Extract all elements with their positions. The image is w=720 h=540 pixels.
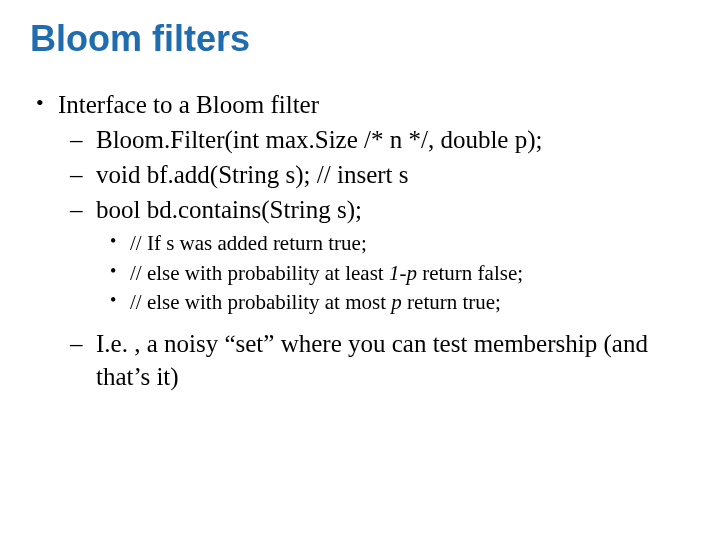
bullet-text: // else with probability at least bbox=[130, 261, 389, 285]
bullet-lvl3-item: // If s was added return true; bbox=[96, 230, 690, 258]
bullet-text: Interface to a Bloom filter bbox=[58, 91, 319, 118]
bullet-lvl2-item: Bloom.Filter(int max.Size /* n */, doubl… bbox=[58, 123, 690, 156]
bullet-list-lvl3: // If s was added return true; // else w… bbox=[96, 230, 690, 317]
bullet-text: // If s was added return true; bbox=[130, 231, 367, 255]
bullet-text: // else with probability at most bbox=[130, 290, 391, 314]
slide-body: Interface to a Bloom filter Bloom.Filter… bbox=[30, 88, 690, 393]
bullet-text-italic: p bbox=[391, 290, 402, 314]
bullet-lvl2-item: I.e. , a noisy “set” where you can test … bbox=[58, 327, 690, 393]
bullet-lvl1-item: Interface to a Bloom filter Bloom.Filter… bbox=[30, 88, 690, 393]
bullet-list-lvl1: Interface to a Bloom filter Bloom.Filter… bbox=[30, 88, 690, 393]
slide: Bloom filters Interface to a Bloom filte… bbox=[0, 0, 720, 540]
bullet-text: Bloom.Filter(int max.Size /* n */, doubl… bbox=[96, 126, 542, 153]
bullet-text: I.e. , a noisy “set” where you can test … bbox=[96, 330, 648, 390]
bullet-lvl2-item: void bf.add(String s); // insert s bbox=[58, 158, 690, 191]
bullet-text: return false; bbox=[417, 261, 523, 285]
bullet-lvl2-item: bool bd.contains(String s); // If s was … bbox=[58, 193, 690, 317]
bullet-text: void bf.add(String s); // insert s bbox=[96, 161, 408, 188]
bullet-text: return true; bbox=[402, 290, 501, 314]
bullet-text: bool bd.contains(String s); bbox=[96, 196, 362, 223]
bullet-lvl3-item: // else with probability at least 1-p re… bbox=[96, 260, 690, 288]
bullet-text-italic: 1-p bbox=[389, 261, 417, 285]
slide-title: Bloom filters bbox=[30, 18, 690, 60]
bullet-lvl3-item: // else with probability at most p retur… bbox=[96, 289, 690, 317]
bullet-list-lvl2: Bloom.Filter(int max.Size /* n */, doubl… bbox=[58, 123, 690, 393]
